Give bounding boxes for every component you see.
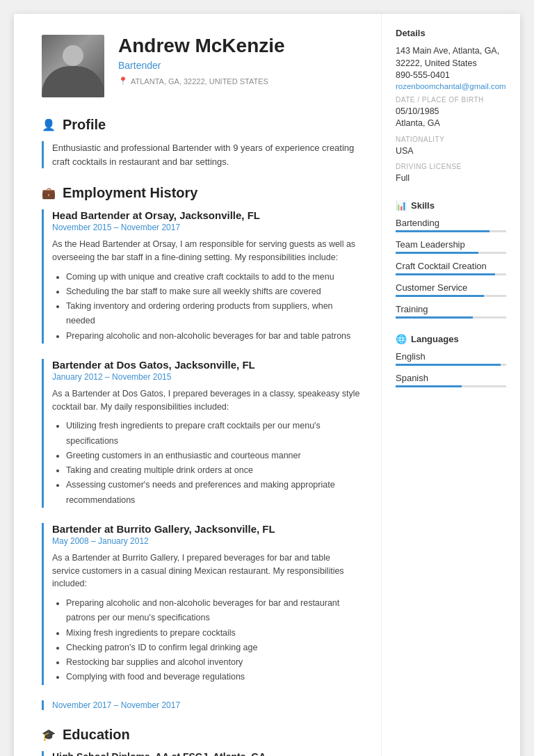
dob-label: DATE / PLACE OF BIRTH <box>396 96 506 104</box>
resume-header: Andrew McKenzie Bartender 📍 ATLANTA, GA,… <box>42 35 360 97</box>
job-description: As a Bartender at Burrito Gallery, I pre… <box>52 552 360 590</box>
language-item: Spanish <box>396 373 506 387</box>
candidate-name: Andrew McKenzie <box>118 35 285 57</box>
profile-text: Enthusiastic and professional Bartender … <box>42 141 360 168</box>
lang-bar-fill <box>396 364 501 366</box>
job-description: As a Bartender at Dos Gatos, I prepared … <box>52 387 360 414</box>
skills-title: 📊 Skills <box>396 200 506 211</box>
skill-bar-fill <box>396 295 484 297</box>
skills-section: 📊 Skills Bartending Team Leadership Craf… <box>396 200 506 319</box>
main-column: Andrew McKenzie Bartender 📍 ATLANTA, GA,… <box>14 14 381 756</box>
education-section: 🎓 Education High School Diploma, AA at F… <box>42 727 360 757</box>
dob-value: 05/10/1985 <box>396 106 506 118</box>
languages-title: 🌐 Languages <box>396 334 506 344</box>
profile-title-label: Profile <box>63 117 106 133</box>
details-phone: 890-555-0401 <box>396 70 506 82</box>
employment-section: 💼 Employment History Head Bartender at O… <box>42 185 360 710</box>
bullet-item: Preparing alcoholic and non-alcoholic be… <box>66 596 360 626</box>
location-text: ATLANTA, GA, 32222, UNITED STATES <box>131 77 268 86</box>
skill-name: Team Leadership <box>396 239 506 250</box>
education-item: High School Diploma, AA at FSCJ, Atlanta… <box>42 751 360 757</box>
bullet-item: Complying with food and beverage regulat… <box>66 670 360 684</box>
details-section: Details 143 Main Ave, Atlanta, GA, 32222… <box>396 28 506 185</box>
driving-label: DRIVING LICENSE <box>396 163 506 170</box>
profile-section: 👤 Profile Enthusiastic and professional … <box>42 117 360 168</box>
bullet-item: Assessing customer's needs and preferenc… <box>66 478 360 508</box>
details-address: 143 Main Ave, Atlanta, GA, 32222, United… <box>396 45 506 70</box>
language-item: English <box>396 351 506 366</box>
sidebar: Details 143 Main Ave, Atlanta, GA, 32222… <box>381 14 520 756</box>
education-section-title: 🎓 Education <box>42 727 360 743</box>
language-name: Spanish <box>396 373 506 383</box>
job-title: Bartender <box>118 60 285 71</box>
bullet-item: Coming up with unique and creative craft… <box>66 270 360 284</box>
bullet-item: Preparing alcoholic and non-alcoholic be… <box>66 329 360 344</box>
job-dates: January 2012 – November 2015 <box>52 372 360 382</box>
job-bullets-list: Preparing alcoholic and non-alcoholic be… <box>66 596 360 685</box>
bullet-item: Scheduling the bar staff to make sure al… <box>66 284 360 299</box>
languages-icon: 🌐 <box>396 334 407 344</box>
skill-item: Craft Cocktail Creation <box>396 261 506 275</box>
bullet-item: Utilizing fresh ingredients to prepare c… <box>66 419 360 449</box>
bullet-item: Greeting customers in an enthusiastic an… <box>66 449 360 463</box>
avatar <box>42 35 104 97</box>
skill-name: Bartending <box>396 218 506 228</box>
bullet-item: Checking patron's ID to confirm legal dr… <box>66 641 360 655</box>
skills-title-label: Skills <box>411 200 435 211</box>
lang-bar-fill <box>396 385 462 387</box>
skill-bar-bg <box>396 295 506 297</box>
nationality-label: NATIONALITY <box>396 136 506 143</box>
languages-section: 🌐 Languages English Spanish <box>396 334 506 387</box>
job-title-text: Bartender at Burrito Gallery, Jacksonvil… <box>52 523 360 535</box>
details-email[interactable]: rozenboomchantal@gmail.com <box>396 82 506 90</box>
skills-icon: 📊 <box>396 200 407 211</box>
skill-name: Training <box>396 304 506 314</box>
driving-value: Full <box>396 172 506 185</box>
skill-bar-fill <box>396 273 495 275</box>
employment-icon: 💼 <box>42 186 56 200</box>
job-dates: May 2008 – January 2012 <box>52 536 360 546</box>
education-icon: 🎓 <box>42 728 56 741</box>
job-bullets-list: Coming up with unique and creative craft… <box>66 270 360 344</box>
details-title: Details <box>396 28 506 38</box>
job-bullets-list: Utilizing fresh ingredients to prepare c… <box>66 419 360 508</box>
lang-bar-bg <box>396 364 506 366</box>
profile-icon: 👤 <box>42 118 56 131</box>
job-item: Head Bartender at Orsay, Jacksonville, F… <box>42 209 360 344</box>
bullet-item: Mixing fresh ingredients to prepare cock… <box>66 626 360 641</box>
location-icon: 📍 <box>118 77 128 86</box>
education-title-label: Education <box>63 727 130 743</box>
nationality-value: USA <box>396 145 506 158</box>
skill-item: Customer Service <box>396 282 506 297</box>
edu-degree: High School Diploma, AA at FSCJ, Atlanta… <box>52 751 360 757</box>
skill-bar-bg <box>396 273 506 275</box>
skill-name: Customer Service <box>396 282 506 293</box>
job-item: Bartender at Burrito Gallery, Jacksonvil… <box>42 523 360 685</box>
language-name: English <box>396 351 506 362</box>
job-title-text: Head Bartender at Orsay, Jacksonville, F… <box>52 209 360 221</box>
dob-place-value: Atlanta, GA <box>396 118 506 130</box>
job-title-text: Bartender at Dos Gatos, Jacksonville, FL <box>52 359 360 371</box>
job-item: Bartender at Dos Gatos, Jacksonville, FL… <box>42 359 360 508</box>
bullet-item: Taking inventory and ordering ordering p… <box>66 299 360 329</box>
skill-name: Craft Cocktail Creation <box>396 261 506 271</box>
skill-item: Team Leadership <box>396 239 506 254</box>
skill-bar-bg <box>396 252 506 254</box>
skill-bar-bg <box>396 230 506 232</box>
lang-bar-bg <box>396 385 506 387</box>
employment-title-label: Employment History <box>63 185 197 201</box>
employment-section-title: 💼 Employment History <box>42 185 360 201</box>
skill-item: Bartending <box>396 218 506 232</box>
skill-bar-fill <box>396 316 473 319</box>
languages-title-label: Languages <box>411 334 459 344</box>
resume-document: Andrew McKenzie Bartender 📍 ATLANTA, GA,… <box>14 14 520 756</box>
profile-section-title: 👤 Profile <box>42 117 360 133</box>
job-description: As the Head Bartender at Orsay, I am res… <box>52 238 360 264</box>
extra-dates: November 2017 – November 2017 <box>42 700 360 710</box>
skill-item: Training <box>396 304 506 319</box>
skill-bar-fill <box>396 230 490 232</box>
header-info: Andrew McKenzie Bartender 📍 ATLANTA, GA,… <box>118 35 285 86</box>
skill-bar-bg <box>396 316 506 319</box>
job-dates: November 2015 – November 2017 <box>52 223 360 232</box>
bullet-item: Taking and creating multiple drink order… <box>66 463 360 478</box>
